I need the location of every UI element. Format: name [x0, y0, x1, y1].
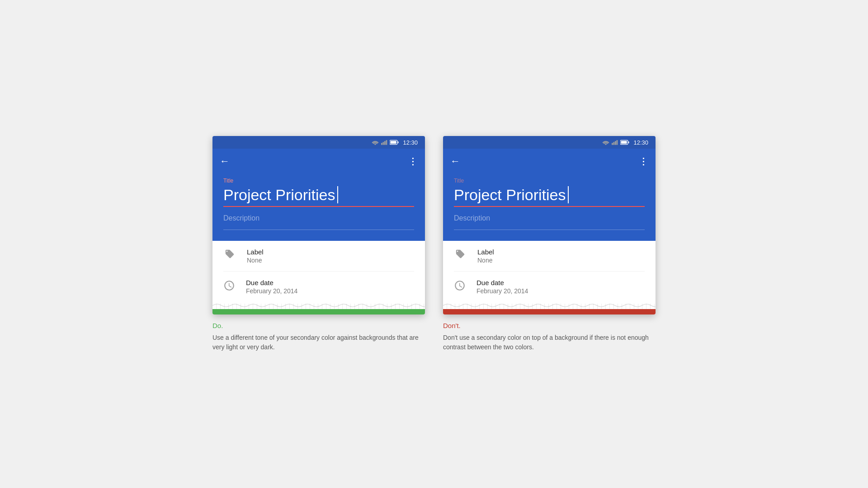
right-title-label: Title	[454, 178, 645, 184]
right-title-value[interactable]: Project Priorities	[454, 186, 645, 204]
svg-rect-13	[628, 141, 629, 143]
right-label-item[interactable]: Label None	[454, 241, 645, 272]
svg-rect-8	[613, 142, 615, 145]
left-color-bar	[212, 309, 425, 314]
right-phone: 12:30 ← ⋮ Title Project Priorities Descr…	[443, 136, 656, 314]
right-label-subtitle: None	[477, 257, 494, 264]
left-duedate-subtitle: February 20, 2014	[246, 287, 297, 295]
right-duedate-title: Due date	[476, 279, 528, 286]
left-clock-icon	[223, 280, 235, 291]
right-duedate-subtitle: February 20, 2014	[476, 287, 528, 295]
right-body-area: Label None Due date February 20, 2014	[443, 241, 656, 302]
left-status-icons: 12:30	[372, 139, 418, 146]
right-description-field[interactable]: Description	[454, 214, 645, 226]
right-tag-icon	[454, 249, 467, 259]
left-label-item[interactable]: Label None	[223, 241, 414, 272]
right-clock-icon	[454, 280, 466, 291]
right-wifi-icon	[602, 140, 609, 145]
left-caption-text: Use a different tone of your secondary c…	[212, 333, 425, 352]
svg-rect-5	[391, 141, 396, 144]
left-status-bar: 12:30	[212, 136, 425, 149]
left-phone-container: 12:30 ← ⋮ Title Project Priorities Descr…	[212, 136, 425, 352]
left-duedate-text: Due date February 20, 2014	[246, 279, 297, 295]
left-more-button[interactable]: ⋮	[408, 156, 418, 167]
left-header-area: Title Project Priorities Description	[212, 174, 425, 241]
right-color-bar	[443, 309, 656, 314]
right-desc-underline	[454, 230, 645, 230]
left-caption: Do. Use a different tone of your seconda…	[212, 314, 425, 352]
right-battery-icon	[620, 140, 629, 145]
wifi-icon	[372, 140, 379, 145]
right-duedate-text: Due date February 20, 2014	[476, 279, 528, 295]
signal-icon	[381, 140, 387, 145]
left-label-subtitle: None	[247, 257, 264, 264]
battery-icon	[390, 140, 399, 145]
right-header-area: Title Project Priorities Description	[443, 174, 656, 241]
right-status-time: 12:30	[633, 139, 648, 146]
left-duedate-title: Due date	[246, 279, 297, 286]
svg-rect-6	[398, 141, 399, 143]
left-back-button[interactable]: ←	[220, 156, 230, 166]
right-more-button[interactable]: ⋮	[639, 156, 648, 167]
svg-rect-12	[621, 141, 627, 144]
right-title-underline	[454, 206, 645, 207]
left-label-title: Label	[247, 248, 264, 256]
left-title-label: Title	[223, 178, 414, 184]
left-title-value[interactable]: Project Priorities	[223, 186, 414, 204]
right-label-title: Label	[477, 248, 494, 256]
svg-rect-7	[612, 143, 613, 145]
left-tag-icon	[223, 249, 236, 259]
right-app-bar: ← ⋮	[443, 149, 656, 174]
left-description-field[interactable]: Description	[223, 214, 414, 226]
right-signal-icon	[612, 140, 618, 145]
right-caption: Don't. Don't use a secondary color on to…	[443, 314, 656, 352]
right-label-text: Label None	[477, 248, 494, 264]
right-duedate-item[interactable]: Due date February 20, 2014	[454, 272, 645, 302]
right-status-icons: 12:30	[602, 139, 648, 146]
svg-rect-10	[617, 140, 618, 145]
svg-rect-2	[384, 141, 386, 145]
right-cursor	[568, 186, 569, 203]
left-phone: 12:30 ← ⋮ Title Project Priorities Descr…	[212, 136, 425, 314]
left-body-area: Label None Due date February 20, 2014	[212, 241, 425, 302]
svg-rect-0	[381, 143, 382, 145]
svg-rect-9	[615, 141, 616, 145]
left-wavy-separator	[212, 302, 425, 309]
right-dont-label: Don't.	[443, 322, 656, 329]
right-phone-container: 12:30 ← ⋮ Title Project Priorities Descr…	[443, 136, 656, 352]
left-status-time: 12:30	[403, 139, 418, 146]
left-do-label: Do.	[212, 322, 425, 329]
left-cursor	[337, 186, 338, 203]
left-app-bar: ← ⋮	[212, 149, 425, 174]
right-status-bar: 12:30	[443, 136, 656, 149]
svg-rect-1	[383, 142, 384, 145]
left-duedate-item[interactable]: Due date February 20, 2014	[223, 272, 414, 302]
svg-rect-3	[386, 140, 387, 145]
left-label-text: Label None	[247, 248, 264, 264]
right-wavy-separator	[443, 302, 656, 309]
right-back-button[interactable]: ←	[450, 156, 460, 166]
right-caption-text: Don't use a secondary color on top of a …	[443, 333, 656, 352]
left-title-underline	[223, 206, 414, 207]
left-desc-underline	[223, 230, 414, 230]
